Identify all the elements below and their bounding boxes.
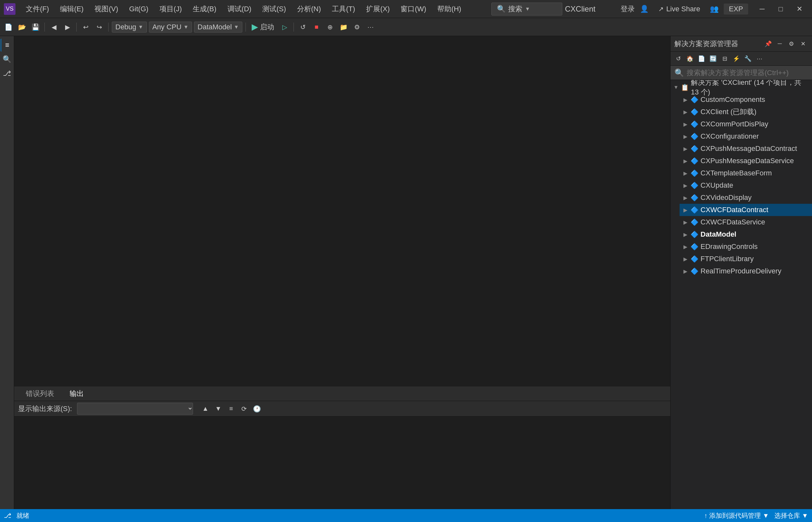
tree-item-2[interactable]: ▶ 🔷 CXCommPortDisPlay bbox=[680, 118, 812, 130]
restart-button[interactable]: ↺ bbox=[297, 21, 309, 33]
sol-refresh-button[interactable]: 🔄 bbox=[708, 54, 718, 64]
chevron-3: ▶ bbox=[682, 134, 689, 140]
sol-pin-button[interactable]: 📌 bbox=[763, 39, 773, 49]
new-file-button[interactable]: 📄 bbox=[3, 21, 14, 33]
sol-home-button[interactable]: 🏠 bbox=[685, 54, 695, 64]
back-button[interactable]: ◀ bbox=[48, 21, 60, 33]
sol-filter-button[interactable]: 🔧 bbox=[743, 54, 753, 64]
timestamp-button[interactable]: 🕐 bbox=[251, 403, 263, 415]
start-button[interactable]: ▶ 启动 bbox=[249, 21, 277, 33]
activity-explorer[interactable]: ≡ bbox=[1, 39, 14, 52]
attach-button[interactable]: ⊕ bbox=[324, 21, 336, 33]
debug-config-dropdown[interactable]: Debug ▼ bbox=[112, 22, 147, 33]
menu-file[interactable]: 文件(F) bbox=[21, 3, 54, 15]
tree-item-12[interactable]: ▶ 🔷 EDrawingControls bbox=[680, 241, 812, 253]
undo-button[interactable]: ↩ bbox=[80, 21, 91, 33]
tree-item-9[interactable]: ▶ 🔷 CXWCFDataContract bbox=[680, 204, 812, 216]
login-button[interactable]: 登录 bbox=[621, 4, 635, 14]
tab-output[interactable]: 输出 bbox=[62, 386, 91, 402]
tab-error-list[interactable]: 错误列表 bbox=[18, 386, 62, 402]
word-wrap-button[interactable]: ⟳ bbox=[238, 403, 250, 415]
play-icon: ▶ bbox=[252, 22, 258, 32]
project-config-dropdown[interactable]: DataModel ▼ bbox=[194, 22, 242, 33]
repo-item[interactable]: 选择仓库 ▼ bbox=[774, 511, 808, 520]
tree-item-7[interactable]: ▶ 🔷 CXUpdate bbox=[680, 179, 812, 192]
sol-sync-button[interactable]: ↺ bbox=[673, 54, 683, 64]
repo-label: 选择仓库 ▼ bbox=[774, 511, 808, 520]
maximize-button[interactable]: □ bbox=[772, 3, 789, 15]
menu-debug[interactable]: 调试(D) bbox=[222, 3, 257, 15]
menu-analyze[interactable]: 分析(N) bbox=[292, 3, 327, 15]
settings-button[interactable]: ⚙ bbox=[351, 21, 363, 33]
tree-item-14[interactable]: ▶ 🔷 RealTimeProdureDelivery bbox=[680, 265, 812, 277]
more-button[interactable]: ⋯ bbox=[365, 21, 376, 33]
title-bar-center: 🔍 搜索 ▼ CXClient bbox=[492, 3, 596, 16]
save-button[interactable]: 💾 bbox=[30, 21, 41, 33]
live-share-button[interactable]: ↗ Live Share bbox=[654, 3, 705, 15]
menu-git[interactable]: Git(G) bbox=[124, 3, 154, 15]
sol-collapse-button[interactable]: ⊟ bbox=[720, 54, 730, 64]
scroll-up-button[interactable]: ▲ bbox=[200, 403, 211, 415]
menu-extensions[interactable]: 扩展(X) bbox=[361, 3, 395, 15]
project-icon-14: 🔷 bbox=[690, 267, 699, 275]
status-bar-left: ⎇ 就绪 bbox=[4, 511, 29, 520]
source-control-label: 添加到源代码管理 ▼ bbox=[709, 511, 769, 520]
sol-gear-button[interactable]: ⚙ bbox=[786, 39, 796, 49]
title-bar-left: VS 文件(F) 编辑(E) 视图(V) Git(G) 项目(J) 生成(B) … bbox=[4, 3, 466, 15]
project-icon-2: 🔷 bbox=[690, 120, 699, 128]
menu-test[interactable]: 测试(S) bbox=[257, 3, 291, 15]
tree-item-1[interactable]: ▶ 🔷 CXClient (已卸载) bbox=[680, 106, 812, 118]
global-search-box[interactable]: 🔍 搜索 ▼ bbox=[492, 3, 562, 16]
item-label-13: FTPClientLibrary bbox=[701, 255, 754, 263]
tree-item-3[interactable]: ▶ 🔷 CXConfigurationer bbox=[680, 130, 812, 142]
tree-item-6[interactable]: ▶ 🔷 CXTemplateBaseForm bbox=[680, 167, 812, 179]
solution-header-buttons: 📌 ─ ⚙ ✕ bbox=[763, 39, 808, 49]
tree-item-13[interactable]: ▶ 🔷 FTPClientLibrary bbox=[680, 253, 812, 265]
sol-show-files-button[interactable]: 📄 bbox=[696, 54, 707, 64]
ready-label: 就绪 bbox=[17, 511, 29, 520]
redo-button[interactable]: ↪ bbox=[93, 21, 105, 33]
sol-settings2-button[interactable]: ⋯ bbox=[754, 54, 765, 64]
scroll-down-button[interactable]: ▼ bbox=[212, 403, 224, 415]
menu-view[interactable]: 视图(V) bbox=[89, 3, 123, 15]
clear-output-button[interactable]: ≡ bbox=[225, 403, 237, 415]
menu-project[interactable]: 项目(J) bbox=[154, 3, 187, 15]
sol-pending-changes-button[interactable]: ⚡ bbox=[731, 54, 742, 64]
sol-close-button[interactable]: ✕ bbox=[798, 39, 808, 49]
exp-button[interactable]: EXP bbox=[724, 3, 748, 15]
start-without-debug-button[interactable]: ▷ bbox=[279, 21, 290, 33]
item-label-10: CXWCFDataService bbox=[701, 218, 765, 226]
platform-config-dropdown[interactable]: Any CPU ▼ bbox=[149, 22, 192, 33]
solution-search-bar[interactable]: 🔍 bbox=[670, 66, 812, 80]
menu-tools[interactable]: 工具(T) bbox=[327, 3, 360, 15]
close-button[interactable]: ✕ bbox=[791, 3, 808, 15]
forward-button[interactable]: ▶ bbox=[62, 21, 73, 33]
output-source-select[interactable] bbox=[77, 403, 193, 415]
solution-search-input[interactable] bbox=[687, 69, 808, 77]
tree-item-11[interactable]: ▶ 🔷 DataModel bbox=[680, 228, 812, 241]
chevron-9: ▶ bbox=[682, 207, 689, 213]
search-icon: 🔍 bbox=[497, 5, 505, 13]
activity-search[interactable]: 🔍 bbox=[1, 53, 14, 66]
minimize-button[interactable]: ─ bbox=[753, 3, 771, 15]
tree-item-8[interactable]: ▶ 🔷 CXVideoDisplay bbox=[680, 192, 812, 204]
solution-root[interactable]: ▼ 📋 解决方案 'CXClient' (14 个项目，共 13 个) bbox=[670, 81, 812, 94]
editor-area: 错误列表 输出 显示输出来源(S): ▲ ▼ ≡ ⟳ 🕐 bbox=[14, 36, 670, 509]
tree-item-10[interactable]: ▶ 🔷 CXWCFDataService bbox=[680, 216, 812, 228]
git-branch-item[interactable]: ⎇ bbox=[4, 512, 11, 519]
open-folder-button[interactable]: 📁 bbox=[338, 21, 349, 33]
sol-minus-button[interactable]: ─ bbox=[775, 39, 785, 49]
open-file-button[interactable]: 📂 bbox=[16, 21, 28, 33]
ready-status: 就绪 bbox=[17, 511, 29, 520]
menu-help[interactable]: 帮助(H) bbox=[432, 3, 466, 15]
activity-git[interactable]: ⎇ bbox=[1, 67, 14, 80]
tree-item-5[interactable]: ▶ 🔷 CXPushMessageDataService bbox=[680, 155, 812, 167]
source-control-item[interactable]: ↑ 添加到源代码管理 ▼ bbox=[704, 511, 769, 520]
stop-button[interactable]: ■ bbox=[311, 21, 322, 33]
item-label-6: CXTemplateBaseForm bbox=[701, 169, 772, 177]
menu-build[interactable]: 生成(B) bbox=[188, 3, 221, 15]
menu-window[interactable]: 窗口(W) bbox=[395, 3, 431, 15]
user-icon: 👤 bbox=[640, 5, 649, 13]
tree-item-4[interactable]: ▶ 🔷 CXPushMessageDataContract bbox=[680, 142, 812, 155]
menu-edit[interactable]: 编辑(E) bbox=[55, 3, 89, 15]
